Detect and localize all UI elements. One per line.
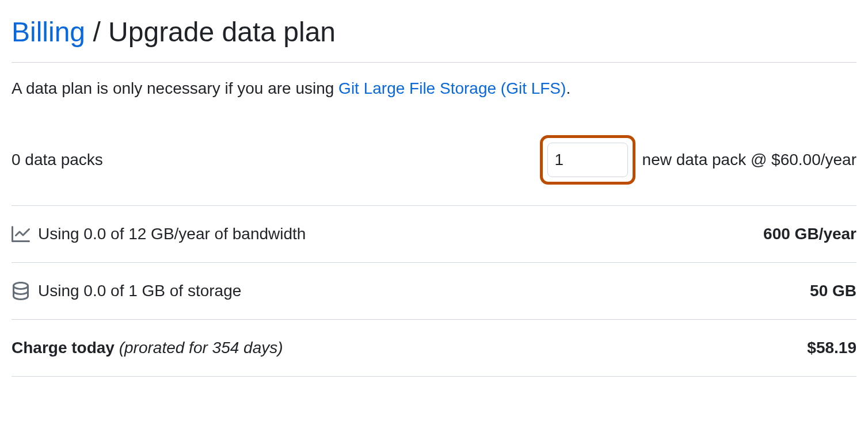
billing-link[interactable]: Billing [12, 17, 85, 47]
storage-usage-text: Using 0.0 of 1 GB of storage [38, 279, 241, 303]
page-title: Upgrade data plan [108, 17, 336, 47]
charge-row: Charge today (prorated for 354 days) $58… [12, 320, 856, 377]
bandwidth-row: Using 0.0 of 12 GB/year of bandwidth 600… [12, 206, 856, 263]
bandwidth-usage-text: Using 0.0 of 12 GB/year of bandwidth [38, 222, 306, 246]
git-lfs-link[interactable]: Git Large File Storage (Git LFS) [338, 79, 566, 97]
input-highlight-box [540, 135, 635, 185]
bandwidth-value: 600 GB/year [763, 222, 856, 246]
database-icon [12, 282, 30, 300]
current-data-packs-label: 0 data packs [12, 148, 103, 172]
charge-today-label: Charge today [12, 339, 115, 357]
page-header: Billing / Upgrade data plan [12, 12, 856, 63]
breadcrumb-separator: / [85, 17, 108, 47]
graph-icon [12, 225, 30, 243]
data-pack-quantity-input[interactable] [547, 143, 628, 177]
intro-prefix: A data plan is only necessary if you are… [12, 79, 338, 97]
storage-row: Using 0.0 of 1 GB of storage 50 GB [12, 263, 856, 320]
charge-amount: $58.19 [807, 336, 856, 360]
data-packs-row: 0 data packs new data pack @ $60.00/year [12, 135, 856, 206]
intro-suffix: . [566, 79, 570, 97]
data-pack-rate-label: new data pack @ $60.00/year [642, 148, 856, 172]
intro-text: A data plan is only necessary if you are… [12, 76, 856, 101]
charge-prorated-label: (prorated for 354 days) [119, 339, 283, 357]
storage-value: 50 GB [810, 279, 856, 303]
